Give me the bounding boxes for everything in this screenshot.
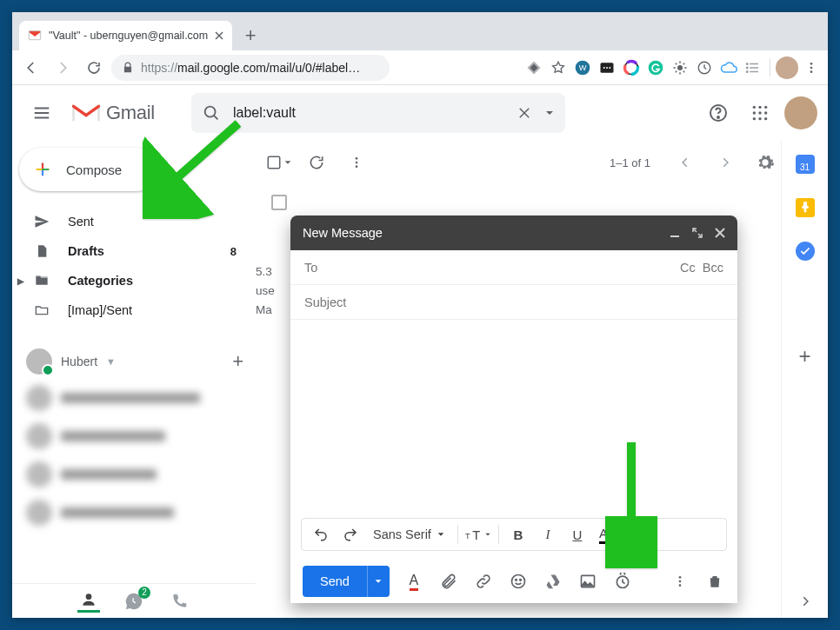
account-avatar[interactable]	[784, 96, 817, 129]
insert-photo-button[interactable]	[577, 573, 598, 590]
drafts-icon	[33, 243, 50, 259]
svg-text:T: T	[465, 532, 470, 540]
cc-toggle[interactable]: Cc	[680, 261, 696, 275]
support-button[interactable]	[701, 96, 736, 130]
calendar-addon-button[interactable]: 31	[796, 155, 815, 174]
svg-point-48	[679, 576, 682, 579]
extension-icon[interactable]	[523, 56, 545, 79]
browser-tab[interactable]: "Vault" - ubernguyen@gmail.com	[19, 21, 232, 50]
hangouts-contacts-tab[interactable]	[77, 590, 100, 613]
bcc-toggle[interactable]: Bcc	[703, 261, 723, 275]
more-formatting-button[interactable]	[634, 521, 658, 547]
hangouts-panel: Hubert ▼ +	[12, 344, 256, 532]
settings-button[interactable]	[750, 147, 781, 178]
minimize-compose-icon[interactable]	[670, 228, 680, 238]
keep-addon-button[interactable]	[796, 198, 815, 217]
font-size-button[interactable]: TT	[465, 521, 491, 547]
sidebar-item-drafts[interactable]: Drafts 8	[12, 236, 256, 266]
extension-cloud-icon[interactable]	[717, 56, 740, 79]
chrome-menu-icon[interactable]	[800, 56, 823, 79]
compose-titlebar[interactable]: New Message	[290, 216, 737, 250]
search-options-icon[interactable]	[544, 108, 555, 118]
more-options-button[interactable]	[670, 574, 690, 588]
hangouts-contact[interactable]	[26, 455, 256, 494]
close-compose-icon[interactable]	[715, 228, 725, 238]
undo-button[interactable]	[309, 521, 333, 547]
back-button[interactable]	[17, 54, 45, 82]
insert-link-button[interactable]	[473, 573, 494, 590]
search-bar[interactable]	[191, 93, 565, 133]
main-menu-button[interactable]	[23, 94, 61, 132]
new-conversation-button[interactable]: +	[232, 350, 243, 373]
google-apps-button[interactable]	[743, 96, 777, 130]
attach-file-button[interactable]	[438, 573, 459, 590]
extension-icon[interactable]	[669, 56, 691, 79]
sidebar-item-imap-sent[interactable]: [Imap]/Sent	[12, 295, 256, 325]
sidebar-item-label: Drafts	[68, 244, 104, 258]
row-checkbox[interactable]	[271, 195, 287, 210]
hangouts-calls-tab[interactable]	[168, 590, 190, 613]
search-icon[interactable]	[202, 103, 221, 123]
extension-icon[interactable]	[693, 56, 716, 79]
italic-button[interactable]: I	[536, 521, 560, 547]
address-bar[interactable]: https://mail.google.com/mail/u/0/#label…	[111, 55, 390, 81]
chevron-down-icon[interactable]: ▼	[106, 356, 116, 367]
new-tab-button[interactable]: +	[237, 23, 263, 49]
gmail-logo[interactable]: Gmail	[71, 101, 155, 125]
tab-strip: "Vault" - ubernguyen@gmail.com +	[12, 12, 828, 50]
subject-field[interactable]: Subject	[290, 285, 737, 320]
extension-grammarly-icon[interactable]	[644, 56, 667, 79]
svg-text:W: W	[579, 63, 587, 72]
hangouts-self[interactable]: Hubert ▼ +	[26, 344, 256, 379]
hangouts-contact[interactable]	[26, 379, 256, 417]
profile-avatar[interactable]	[776, 56, 798, 79]
expand-caret-icon: ▶	[17, 276, 24, 286]
send-button[interactable]: Send	[303, 566, 367, 597]
clear-search-icon[interactable]	[517, 105, 532, 121]
select-all-checkbox[interactable]	[266, 155, 292, 170]
more-button[interactable]	[341, 147, 372, 178]
url-text: https://mail.google.com/mail/u/0/#label…	[141, 61, 360, 75]
reload-button[interactable]	[80, 54, 108, 82]
mail-toolbar: 1–1 of 1	[256, 141, 781, 184]
close-tab-icon[interactable]	[215, 31, 223, 40]
to-field[interactable]: To Cc Bcc	[290, 250, 737, 285]
underline-button[interactable]: U	[565, 521, 590, 547]
extension-wordpress-icon[interactable]: W	[571, 56, 594, 79]
fullscreen-compose-icon[interactable]	[692, 228, 703, 238]
hangouts-chats-tab[interactable]: 2	[123, 590, 145, 613]
hangouts-contact[interactable]	[26, 494, 256, 532]
bookmark-star-icon[interactable]	[547, 56, 570, 79]
unread-badge: 2	[138, 587, 150, 599]
send-more-button[interactable]	[367, 566, 390, 597]
discard-draft-button[interactable]	[704, 573, 725, 590]
sidebar-item-sent[interactable]: Sent	[12, 207, 256, 236]
message-list-row[interactable]	[256, 193, 287, 210]
search-input[interactable]	[233, 105, 504, 121]
extensions-row: W	[523, 56, 823, 79]
extension-icon[interactable]	[620, 56, 643, 79]
forward-button[interactable]	[49, 54, 77, 82]
next-page-button[interactable]	[710, 147, 741, 178]
extension-icon[interactable]	[596, 56, 618, 79]
refresh-button[interactable]	[301, 147, 332, 178]
svg-point-19	[810, 66, 813, 69]
get-addons-button[interactable]: +	[798, 344, 810, 368]
svg-point-28	[758, 111, 761, 114]
confidential-mode-button[interactable]	[612, 573, 633, 590]
font-family-select[interactable]: Sans Serif	[368, 527, 450, 541]
prev-page-button[interactable]	[670, 147, 701, 178]
sidebar-item-categories[interactable]: ▶ Categories	[12, 266, 256, 295]
insert-emoji-button[interactable]	[508, 573, 529, 590]
hide-side-panel-button[interactable]	[799, 595, 811, 607]
hangouts-contact[interactable]	[26, 417, 256, 455]
compose-button[interactable]: Compose	[19, 148, 158, 191]
extension-list-icon[interactable]	[742, 56, 764, 79]
insert-drive-button[interactable]	[543, 573, 563, 590]
bold-button[interactable]: B	[506, 521, 530, 547]
redo-button[interactable]	[338, 521, 363, 547]
text-color-button[interactable]: A	[595, 521, 619, 547]
tasks-addon-button[interactable]	[796, 242, 815, 261]
formatting-options-button[interactable]: A	[403, 573, 424, 591]
compose-body[interactable]	[290, 320, 737, 518]
